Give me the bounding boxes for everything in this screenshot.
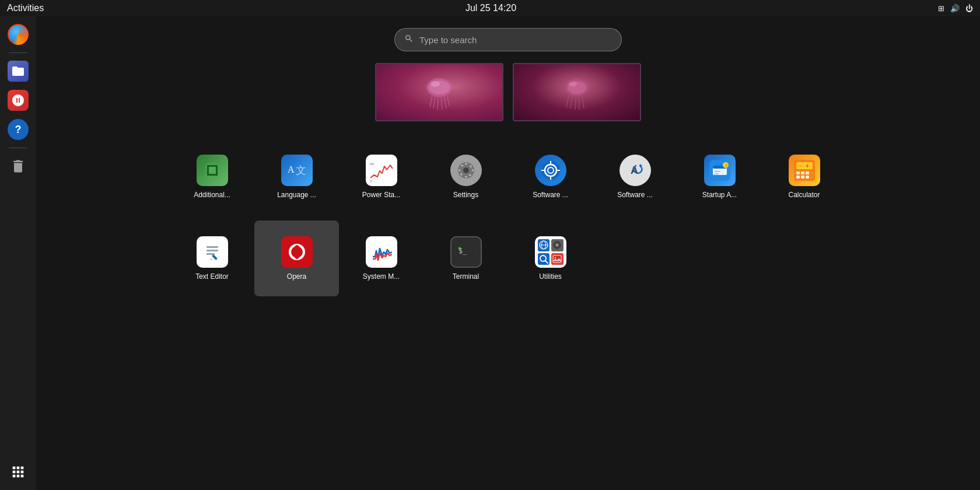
jellyfish-bg-2 — [514, 64, 640, 120]
app-label-terminal: Terminal — [453, 272, 479, 281]
svg-line-11 — [566, 95, 569, 107]
network-icon[interactable]: ⊞ — [938, 4, 944, 13]
svg-rect-58 — [801, 172, 804, 174]
app-label-utilities: Utilities — [539, 272, 562, 281]
dock-separator-1 — [9, 52, 27, 53]
svg-text:✦: ✦ — [724, 163, 727, 167]
svg-line-2 — [430, 96, 432, 107]
firefox-icon — [8, 24, 29, 45]
svg-point-16 — [569, 82, 577, 86]
app-label-system-monitor: System M... — [363, 272, 400, 281]
main-content: Additional... A 文 Language ... — [36, 16, 980, 490]
software-sources-icon — [535, 155, 566, 186]
utilities-icon — [535, 236, 566, 268]
app-label-settings: Settings — [453, 191, 478, 199]
terminal-icon: $_ ▶ — [450, 236, 482, 268]
dock-item-show-apps[interactable] — [5, 459, 32, 485]
app-item-terminal[interactable]: $_ ▶ Terminal — [424, 220, 508, 296]
svg-rect-60 — [810, 172, 813, 174]
calculator-icon: + − — [789, 155, 820, 186]
appstore-icon — [8, 90, 29, 111]
app-label-power-stats: Power Sta... — [362, 191, 400, 199]
trash-icon — [8, 156, 29, 177]
svg-rect-69 — [206, 250, 218, 251]
volume-icon[interactable]: 🔊 — [950, 4, 960, 13]
opera-icon — [281, 236, 313, 268]
windows-area — [375, 63, 641, 121]
app-item-text-editor[interactable]: Text Editor — [170, 220, 254, 296]
dock-separator-2 — [9, 148, 27, 148]
app-item-software-update[interactable]: A Software ... — [593, 139, 677, 215]
svg-line-7 — [447, 96, 450, 106]
svg-rect-57 — [796, 172, 800, 174]
svg-point-37 — [463, 167, 469, 173]
app-item-additional-drivers[interactable]: Additional... — [170, 139, 254, 215]
app-item-language[interactable]: A 文 Language ... — [254, 139, 339, 215]
svg-point-8 — [430, 81, 440, 87]
apps-row-2: Text Editor Opera — [170, 220, 846, 296]
app-label-software-update: Software ... — [617, 191, 653, 199]
dock: ? — [0, 16, 36, 490]
cpu-icon — [197, 155, 228, 186]
apps-row-1: Additional... A 文 Language ... — [170, 139, 846, 215]
svg-line-3 — [433, 96, 435, 108]
search-bar[interactable] — [394, 28, 622, 51]
svg-rect-67 — [202, 242, 223, 262]
dock-item-files[interactable] — [5, 58, 32, 85]
app-label-language: Language ... — [277, 191, 316, 199]
dock-item-software[interactable] — [5, 87, 32, 114]
topbar-right-icons: ⊞ 🔊 ⏻ — [938, 4, 973, 13]
app-item-settings[interactable]: Settings — [424, 139, 508, 215]
svg-rect-64 — [810, 176, 813, 178]
svg-rect-61 — [796, 176, 800, 178]
dock-item-help[interactable]: ? — [5, 116, 32, 143]
svg-line-15 — [582, 96, 584, 108]
window-thumbnail-1[interactable] — [375, 63, 503, 121]
activities-button[interactable]: Activities — [7, 3, 44, 13]
svg-text:文: 文 — [296, 164, 306, 176]
startup-icon: ✦ — [704, 155, 736, 186]
app-label-text-editor: Text Editor — [195, 272, 229, 281]
app-item-opera[interactable]: Opera — [254, 220, 339, 296]
svg-rect-68 — [206, 246, 218, 248]
svg-rect-59 — [806, 172, 809, 174]
app-label-opera: Opera — [287, 272, 306, 281]
app-item-startup[interactable]: ✦ Startup A... — [677, 139, 762, 215]
window-thumbnail-2[interactable] — [513, 63, 641, 121]
software-update-icon: A — [620, 155, 651, 186]
svg-line-14 — [579, 96, 579, 110]
svg-line-88 — [545, 261, 548, 263]
svg-rect-62 — [801, 176, 804, 178]
svg-rect-52 — [715, 173, 719, 174]
app-label-calculator: Calculator — [788, 191, 820, 199]
power-icon[interactable]: ⏻ — [965, 4, 973, 13]
jellyfish-bg-1 — [376, 64, 502, 120]
app-item-utilities[interactable]: Utilities — [508, 220, 593, 296]
svg-line-5 — [441, 97, 442, 110]
grid-icon — [8, 461, 29, 482]
app-item-calculator[interactable]: + − Calculator — [762, 139, 846, 215]
svg-text:−: − — [799, 163, 802, 169]
topbar: Activities Jul 25 14:20 ⊞ 🔊 ⏻ — [0, 0, 980, 16]
search-icon — [404, 34, 414, 46]
search-input[interactable] — [419, 35, 612, 45]
svg-text:+: + — [806, 163, 809, 169]
dock-item-firefox[interactable] — [5, 21, 32, 48]
app-item-software-sources[interactable]: Software ... — [508, 139, 593, 215]
svg-point-91 — [555, 257, 556, 258]
system-monitor-icon — [366, 236, 397, 268]
app-item-power-stats[interactable]: 100 0 Power Sta... — [339, 139, 424, 215]
svg-line-4 — [438, 97, 438, 110]
svg-text:A: A — [288, 164, 295, 174]
app-label-software-sources: Software ... — [533, 191, 568, 199]
app-label-additional-drivers: Additional... — [194, 191, 230, 199]
lang-icon: A 文 — [281, 155, 313, 186]
files-icon — [8, 61, 29, 82]
help-icon: ? — [8, 119, 29, 140]
svg-text:▶: ▶ — [459, 245, 462, 251]
app-item-system-monitor[interactable]: System M... — [339, 220, 424, 296]
svg-point-86 — [556, 244, 558, 246]
dock-item-trash[interactable] — [5, 153, 32, 180]
svg-line-13 — [575, 96, 576, 110]
svg-rect-63 — [806, 176, 809, 178]
